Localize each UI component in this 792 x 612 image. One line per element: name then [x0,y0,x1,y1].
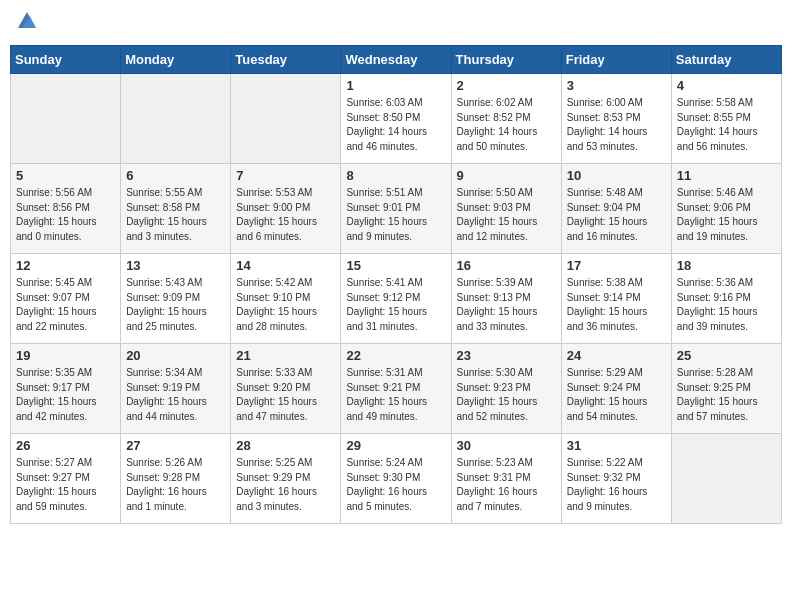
day-number: 13 [126,258,225,273]
calendar-cell: 13Sunrise: 5:43 AM Sunset: 9:09 PM Dayli… [121,254,231,344]
day-number: 27 [126,438,225,453]
day-info: Sunrise: 5:38 AM Sunset: 9:14 PM Dayligh… [567,276,666,334]
day-info: Sunrise: 5:36 AM Sunset: 9:16 PM Dayligh… [677,276,776,334]
calendar-cell: 7Sunrise: 5:53 AM Sunset: 9:00 PM Daylig… [231,164,341,254]
day-info: Sunrise: 5:43 AM Sunset: 9:09 PM Dayligh… [126,276,225,334]
day-number: 4 [677,78,776,93]
day-info: Sunrise: 5:25 AM Sunset: 9:29 PM Dayligh… [236,456,335,514]
day-info: Sunrise: 5:42 AM Sunset: 9:10 PM Dayligh… [236,276,335,334]
day-info: Sunrise: 5:35 AM Sunset: 9:17 PM Dayligh… [16,366,115,424]
day-number: 17 [567,258,666,273]
day-info: Sunrise: 5:33 AM Sunset: 9:20 PM Dayligh… [236,366,335,424]
day-number: 20 [126,348,225,363]
day-number: 9 [457,168,556,183]
calendar-cell: 4Sunrise: 5:58 AM Sunset: 8:55 PM Daylig… [671,74,781,164]
logo-icon [16,10,38,32]
calendar-cell: 12Sunrise: 5:45 AM Sunset: 9:07 PM Dayli… [11,254,121,344]
calendar-cell: 17Sunrise: 5:38 AM Sunset: 9:14 PM Dayli… [561,254,671,344]
day-info: Sunrise: 5:30 AM Sunset: 9:23 PM Dayligh… [457,366,556,424]
day-number: 15 [346,258,445,273]
day-number: 18 [677,258,776,273]
weekday-header-sunday: Sunday [11,46,121,74]
day-number: 26 [16,438,115,453]
day-info: Sunrise: 5:31 AM Sunset: 9:21 PM Dayligh… [346,366,445,424]
calendar-cell: 24Sunrise: 5:29 AM Sunset: 9:24 PM Dayli… [561,344,671,434]
weekday-header-row: SundayMondayTuesdayWednesdayThursdayFrid… [11,46,782,74]
day-info: Sunrise: 5:41 AM Sunset: 9:12 PM Dayligh… [346,276,445,334]
calendar-cell: 6Sunrise: 5:55 AM Sunset: 8:58 PM Daylig… [121,164,231,254]
weekday-header-wednesday: Wednesday [341,46,451,74]
calendar-cell: 19Sunrise: 5:35 AM Sunset: 9:17 PM Dayli… [11,344,121,434]
day-number: 3 [567,78,666,93]
calendar-cell: 9Sunrise: 5:50 AM Sunset: 9:03 PM Daylig… [451,164,561,254]
day-info: Sunrise: 5:50 AM Sunset: 9:03 PM Dayligh… [457,186,556,244]
calendar-cell: 31Sunrise: 5:22 AM Sunset: 9:32 PM Dayli… [561,434,671,524]
day-info: Sunrise: 5:22 AM Sunset: 9:32 PM Dayligh… [567,456,666,514]
day-info: Sunrise: 6:02 AM Sunset: 8:52 PM Dayligh… [457,96,556,154]
calendar-cell: 28Sunrise: 5:25 AM Sunset: 9:29 PM Dayli… [231,434,341,524]
day-number: 21 [236,348,335,363]
calendar-cell [671,434,781,524]
calendar-cell: 1Sunrise: 6:03 AM Sunset: 8:50 PM Daylig… [341,74,451,164]
day-info: Sunrise: 5:51 AM Sunset: 9:01 PM Dayligh… [346,186,445,244]
day-number: 6 [126,168,225,183]
day-info: Sunrise: 5:53 AM Sunset: 9:00 PM Dayligh… [236,186,335,244]
calendar-cell: 25Sunrise: 5:28 AM Sunset: 9:25 PM Dayli… [671,344,781,434]
day-info: Sunrise: 5:46 AM Sunset: 9:06 PM Dayligh… [677,186,776,244]
calendar-cell: 16Sunrise: 5:39 AM Sunset: 9:13 PM Dayli… [451,254,561,344]
calendar-cell: 2Sunrise: 6:02 AM Sunset: 8:52 PM Daylig… [451,74,561,164]
week-row-3: 12Sunrise: 5:45 AM Sunset: 9:07 PM Dayli… [11,254,782,344]
calendar-cell: 3Sunrise: 6:00 AM Sunset: 8:53 PM Daylig… [561,74,671,164]
week-row-2: 5Sunrise: 5:56 AM Sunset: 8:56 PM Daylig… [11,164,782,254]
calendar-cell: 26Sunrise: 5:27 AM Sunset: 9:27 PM Dayli… [11,434,121,524]
weekday-header-monday: Monday [121,46,231,74]
day-info: Sunrise: 5:26 AM Sunset: 9:28 PM Dayligh… [126,456,225,514]
day-number: 16 [457,258,556,273]
calendar-cell: 14Sunrise: 5:42 AM Sunset: 9:10 PM Dayli… [231,254,341,344]
day-info: Sunrise: 5:23 AM Sunset: 9:31 PM Dayligh… [457,456,556,514]
calendar-cell: 23Sunrise: 5:30 AM Sunset: 9:23 PM Dayli… [451,344,561,434]
calendar-cell: 20Sunrise: 5:34 AM Sunset: 9:19 PM Dayli… [121,344,231,434]
calendar-cell: 29Sunrise: 5:24 AM Sunset: 9:30 PM Dayli… [341,434,451,524]
weekday-header-saturday: Saturday [671,46,781,74]
day-number: 25 [677,348,776,363]
day-number: 5 [16,168,115,183]
day-info: Sunrise: 5:34 AM Sunset: 9:19 PM Dayligh… [126,366,225,424]
calendar-cell: 30Sunrise: 5:23 AM Sunset: 9:31 PM Dayli… [451,434,561,524]
day-number: 29 [346,438,445,453]
day-number: 24 [567,348,666,363]
calendar-cell: 11Sunrise: 5:46 AM Sunset: 9:06 PM Dayli… [671,164,781,254]
day-info: Sunrise: 5:29 AM Sunset: 9:24 PM Dayligh… [567,366,666,424]
day-number: 11 [677,168,776,183]
calendar-cell: 8Sunrise: 5:51 AM Sunset: 9:01 PM Daylig… [341,164,451,254]
calendar-cell [121,74,231,164]
day-number: 7 [236,168,335,183]
calendar-cell [11,74,121,164]
calendar-cell: 21Sunrise: 5:33 AM Sunset: 9:20 PM Dayli… [231,344,341,434]
day-number: 1 [346,78,445,93]
day-number: 31 [567,438,666,453]
logo [14,10,38,37]
day-number: 28 [236,438,335,453]
day-number: 10 [567,168,666,183]
day-number: 19 [16,348,115,363]
day-number: 12 [16,258,115,273]
weekday-header-thursday: Thursday [451,46,561,74]
day-info: Sunrise: 5:45 AM Sunset: 9:07 PM Dayligh… [16,276,115,334]
day-info: Sunrise: 5:39 AM Sunset: 9:13 PM Dayligh… [457,276,556,334]
week-row-1: 1Sunrise: 6:03 AM Sunset: 8:50 PM Daylig… [11,74,782,164]
calendar-table: SundayMondayTuesdayWednesdayThursdayFrid… [10,45,782,524]
day-info: Sunrise: 5:55 AM Sunset: 8:58 PM Dayligh… [126,186,225,244]
day-info: Sunrise: 5:24 AM Sunset: 9:30 PM Dayligh… [346,456,445,514]
day-number: 30 [457,438,556,453]
day-info: Sunrise: 6:00 AM Sunset: 8:53 PM Dayligh… [567,96,666,154]
calendar-cell [231,74,341,164]
calendar-cell: 15Sunrise: 5:41 AM Sunset: 9:12 PM Dayli… [341,254,451,344]
day-number: 2 [457,78,556,93]
week-row-4: 19Sunrise: 5:35 AM Sunset: 9:17 PM Dayli… [11,344,782,434]
day-number: 8 [346,168,445,183]
day-info: Sunrise: 5:28 AM Sunset: 9:25 PM Dayligh… [677,366,776,424]
day-number: 22 [346,348,445,363]
day-info: Sunrise: 5:58 AM Sunset: 8:55 PM Dayligh… [677,96,776,154]
calendar-cell: 27Sunrise: 5:26 AM Sunset: 9:28 PM Dayli… [121,434,231,524]
